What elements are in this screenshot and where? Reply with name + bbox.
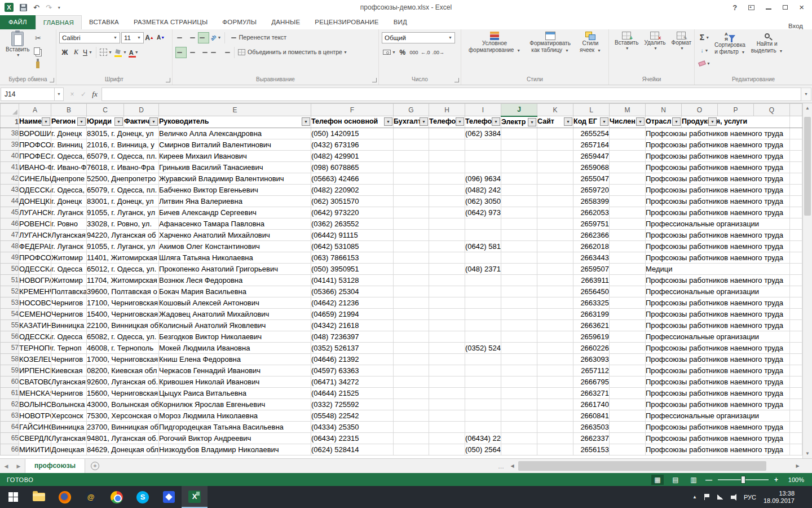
underline-button[interactable]: Ч▼	[82, 47, 94, 58]
cell-G40[interactable]	[394, 150, 429, 161]
cell-I49-phone2[interactable]	[465, 252, 501, 263]
column-header-Q[interactable]: Q	[754, 104, 790, 116]
cell-A51-name[interactable]: НОВОГРА	[19, 274, 51, 286]
cell-filler-40[interactable]	[790, 150, 802, 161]
cell-B59-region[interactable]: Киевская	[51, 365, 87, 376]
cell-K39[interactable]	[537, 139, 573, 150]
cell-M53[interactable]	[610, 297, 646, 308]
cell-M60[interactable]	[610, 376, 646, 387]
cell-M65[interactable]	[610, 432, 646, 444]
cell-L65-code[interactable]: 2662337	[573, 432, 610, 444]
cell-filler-55[interactable]	[790, 319, 802, 331]
conditional-formatting-button[interactable]: Условное форматирование ▼	[466, 31, 523, 76]
cell-E65-director[interactable]: Рогочий Виктор Андреевич	[159, 432, 311, 444]
cell-A40-name[interactable]: ПРОФЕСС	[19, 150, 51, 161]
row-header-65[interactable]: 65	[1, 432, 19, 444]
cell-L63-code[interactable]: 2660841	[573, 410, 610, 421]
cell-N42-branch[interactable]: Профсоюзы работников наемного труда	[646, 173, 790, 184]
cell-F66-phone[interactable]: (0624) 528414	[311, 444, 394, 455]
cell-N48-branch[interactable]: Профсоюзы работников наемного труда	[646, 240, 790, 252]
excel-taskbar-button[interactable]: X	[182, 486, 208, 508]
header-cell-L[interactable]: Код ЕГ▼	[573, 116, 610, 128]
file-explorer-button[interactable]	[26, 486, 52, 508]
cell-M63[interactable]	[610, 410, 646, 421]
sheet-tab-profsoyuzy[interactable]: профсоюзы	[25, 459, 85, 474]
column-header-E[interactable]: E	[159, 104, 311, 116]
cell-L44-code[interactable]: 2658399	[573, 195, 610, 207]
cell-K66[interactable]	[537, 444, 573, 455]
cell-M38[interactable]	[610, 128, 646, 139]
cell-K46[interactable]	[537, 218, 573, 229]
cell-E40-director[interactable]: Киреев Михаил Иванович	[159, 150, 311, 161]
cell-M64[interactable]	[610, 421, 646, 432]
cell-B63-region[interactable]: Херсонск	[51, 410, 87, 421]
cell-E64-director[interactable]: Пидгородецкая Татьяна Васильевна	[159, 421, 311, 432]
bold-button[interactable]: Ж	[59, 47, 70, 58]
select-all-corner[interactable]	[1, 104, 19, 116]
scroll-down-button[interactable]: ▼	[803, 449, 812, 458]
cell-G44[interactable]	[394, 195, 429, 207]
cell-G43[interactable]	[394, 184, 429, 195]
cell-K61[interactable]	[537, 387, 573, 398]
cell-B54-region[interactable]: Чернигов	[51, 308, 87, 319]
cell-G39[interactable]	[394, 139, 429, 150]
cell-I47-phone2[interactable]	[465, 229, 501, 240]
cell-B47-region[interactable]: Луганская	[51, 229, 87, 240]
close-icon[interactable]: ×	[799, 3, 804, 11]
cell-styles-button[interactable]: Стили ячеек ▼	[577, 31, 604, 76]
cell-K49[interactable]	[537, 252, 573, 263]
row-header-45[interactable]: 45	[1, 207, 19, 218]
row-header-57[interactable]: 57	[1, 342, 19, 353]
cell-A45-name[interactable]: ЛУГАНСКА	[19, 207, 51, 218]
cell-M54[interactable]	[610, 308, 646, 319]
header-cell-H[interactable]: Телефо▼	[429, 116, 465, 128]
cell-C40-address[interactable]: 65079, г. Одесса, пл.	[87, 150, 159, 161]
cell-J64[interactable]	[501, 421, 537, 432]
row-header-42[interactable]: 42	[1, 173, 19, 184]
orientation-button[interactable]: ab▼	[209, 32, 222, 43]
cell-F55-phone[interactable]: (04342) 21618	[311, 319, 394, 331]
cell-H61[interactable]	[429, 387, 465, 398]
filter-button-A[interactable]: ▼	[42, 117, 50, 126]
cell-E54-director[interactable]: Жадовец Анатолий Михайлович	[159, 308, 311, 319]
cut-button[interactable]: ✂	[32, 32, 43, 43]
font-color-button[interactable]: А▼	[128, 47, 140, 58]
cell-F62-phone[interactable]: (0332) 725592	[311, 398, 394, 410]
filter-button-N[interactable]: ▼	[672, 117, 681, 126]
cell-C55-address[interactable]: 22100, Винницкая об	[87, 319, 159, 331]
cell-N50-branch[interactable]: Медици	[646, 263, 790, 274]
column-header-L[interactable]: L	[573, 104, 610, 116]
column-header-P[interactable]: P	[718, 104, 754, 116]
tray-expand-icon[interactable]: ▲	[692, 494, 697, 500]
find-select-button[interactable]: Найти и выделить ▼	[748, 31, 786, 76]
cell-I57-phone2[interactable]: (0352) 524009	[465, 342, 501, 353]
horizontal-scrollbar[interactable]: ◀ ▶	[508, 459, 812, 473]
row-header-64[interactable]: 64	[1, 421, 19, 432]
cell-N54-branch[interactable]: Профсоюзы работников наемного труда	[646, 308, 790, 319]
cell-C42-address[interactable]: 52500, Днепропетро	[87, 173, 159, 184]
filter-button-O[interactable]: ▼	[708, 117, 717, 126]
cell-E53-director[interactable]: Кошовый Алексей Антонович	[159, 297, 311, 308]
cell-K65[interactable]	[537, 432, 573, 444]
cell-K54[interactable]	[537, 308, 573, 319]
cell-C46-address[interactable]: 33028, г. Ровно, ул.	[87, 218, 159, 229]
row-header-56[interactable]: 56	[1, 331, 19, 342]
tab-data[interactable]: ДАННЫЕ	[264, 15, 307, 29]
normal-view-icon[interactable]: ▦	[651, 475, 664, 485]
cell-M55[interactable]	[610, 319, 646, 331]
cell-N56-branch[interactable]: Профессиональные организации	[646, 331, 790, 342]
tab-file[interactable]: ФАЙЛ	[0, 15, 36, 29]
cell-filler-64[interactable]	[790, 421, 802, 432]
cell-M61[interactable]	[610, 387, 646, 398]
cell-C54-address[interactable]: 15400, Черниговская	[87, 308, 159, 319]
cell-N49-branch[interactable]: Профсоюзы работников наемного труда	[646, 252, 790, 263]
cell-L41-code[interactable]: 2659068	[573, 161, 610, 173]
cell-J65[interactable]	[501, 432, 537, 444]
cell-B61-region[interactable]: Чернигов	[51, 387, 87, 398]
language-indicator[interactable]: РУС	[744, 494, 756, 501]
cell-N58-branch[interactable]: Профсоюзы работников наемного труда	[646, 353, 790, 365]
cell-A44-name[interactable]: ДОНЕЦКИ	[19, 195, 51, 207]
align-center-button[interactable]	[187, 47, 198, 58]
cell-H59[interactable]	[429, 365, 465, 376]
cell-F43-phone[interactable]: (0482) 220902	[311, 184, 394, 195]
